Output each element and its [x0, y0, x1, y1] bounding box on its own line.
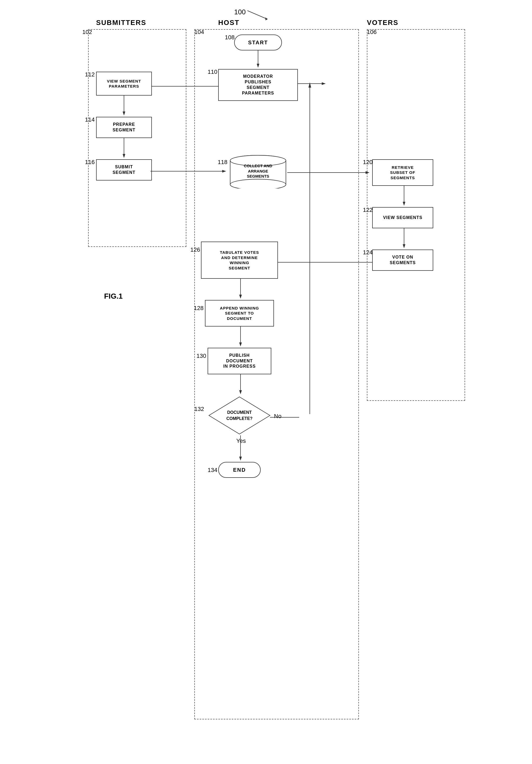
svg-line-0	[248, 11, 266, 19]
host-region	[194, 29, 359, 719]
label-118: 118	[218, 159, 228, 166]
node-112: VIEW SEGMENT PARAMETERS	[96, 72, 152, 96]
label-yes: Yes	[236, 438, 246, 444]
label-108: 108	[225, 34, 235, 41]
node-128: APPEND WINNING SEGMENT TO DOCUMENT	[205, 300, 274, 326]
label-124: 124	[363, 249, 373, 256]
node-132: DOCUMENT COMPLETE?	[208, 396, 271, 435]
node-start: START	[234, 35, 282, 51]
diagram-inner: 100 SUBMITTERS HOST VOTERS 102 104 106 S…	[80, 0, 452, 43]
node-120: RETRIEVE SUBSET OF SEGMENTS	[372, 159, 433, 186]
label-120: 120	[363, 159, 373, 166]
node-116: SUBMIT SEGMENT	[96, 159, 152, 180]
label-100: 100	[234, 8, 246, 16]
fig-label: FIG.1	[104, 292, 123, 300]
label-106: 106	[367, 29, 377, 36]
label-134: 134	[208, 467, 217, 474]
header-voters: VOTERS	[367, 19, 399, 27]
label-114: 114	[85, 116, 95, 123]
node-122: VIEW SEGMENTS	[372, 207, 433, 228]
label-128: 128	[194, 305, 204, 312]
node-124: VOTE ON SEGMENTS	[372, 250, 433, 271]
label-102: 102	[82, 29, 92, 36]
label-132: 132	[194, 406, 204, 413]
label-104: 104	[194, 29, 204, 36]
label-116: 116	[85, 159, 95, 166]
label-130: 130	[196, 352, 206, 359]
label-112: 112	[85, 71, 95, 78]
label-126: 126	[190, 246, 200, 253]
node-130: PUBLISH DOCUMENT IN PROGRESS	[208, 348, 271, 374]
node-118: COLLECT AND ARRANGE SEGMENTS	[228, 154, 288, 188]
node-118-text: COLLECT AND ARRANGE SEGMENTS	[228, 163, 288, 179]
header-submitters: SUBMITTERS	[96, 19, 146, 27]
diagram-container: 100 SUBMITTERS HOST VOTERS 102 104 106 S…	[0, 0, 532, 764]
submitters-region	[88, 29, 186, 247]
node-126: TABULATE VOTES AND DETERMINE WINNING SEG…	[201, 242, 278, 279]
node-110: MODERATOR PUBLISHES SEGMENT PARAMETERS	[218, 69, 298, 101]
node-114: PREPARE SEGMENT	[96, 117, 152, 138]
label-110: 110	[208, 69, 217, 76]
svg-point-18	[230, 179, 286, 188]
label-no: No	[274, 413, 281, 420]
svg-marker-1	[264, 17, 268, 20]
header-host: HOST	[218, 19, 240, 27]
label-122: 122	[363, 207, 373, 213]
node-end: END	[218, 462, 261, 478]
node-132-text: DOCUMENT COMPLETE?	[227, 409, 253, 422]
